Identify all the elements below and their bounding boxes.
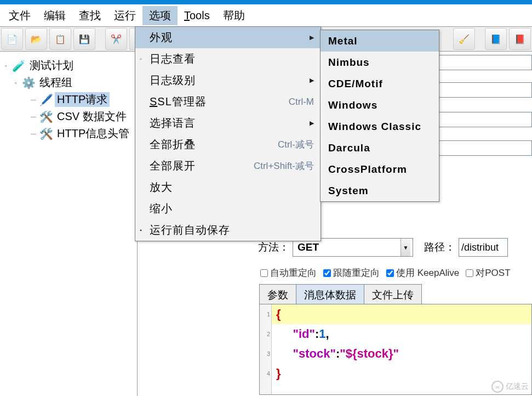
laf-metal[interactable]: Metal: [321, 30, 439, 52]
tree-csv-data[interactable]: — 🛠️ CSV 数据文件: [2, 108, 135, 125]
chevron-right-icon: ▶: [310, 34, 314, 41]
menu-options[interactable]: 选项: [142, 6, 178, 25]
toolbar-clipboard[interactable]: 📋: [49, 28, 71, 50]
check-auto-redirect[interactable]: 自动重定向: [260, 267, 317, 279]
chevron-down-icon[interactable]: ▼: [401, 239, 410, 256]
help-icon: 📕: [514, 34, 525, 44]
checkbox-icon[interactable]: [386, 269, 394, 277]
flask-icon: 🧪: [12, 59, 25, 72]
toolbar-open-template[interactable]: 📂: [25, 28, 47, 50]
toolbar-help[interactable]: 📕: [509, 28, 531, 50]
toolbar-new[interactable]: 📄: [1, 28, 23, 50]
toolbar-cut[interactable]: ✂️: [105, 28, 127, 50]
code-line: {: [272, 304, 531, 324]
method-value: GET: [298, 241, 319, 253]
branch-icon: —: [31, 131, 36, 137]
wrench-icon: 🛠️: [39, 110, 53, 123]
menu-collapse-all[interactable]: 全部折叠 Ctrl-减号: [135, 134, 321, 155]
menu-run[interactable]: 运行: [107, 6, 142, 25]
path-value: /distribut: [461, 242, 499, 253]
menu-tools[interactable]: Tools: [178, 7, 216, 24]
tree-http-request[interactable]: — 🖊️ HTTP请求: [2, 91, 135, 108]
expand-toggle-icon[interactable]: ◦: [12, 79, 20, 87]
menu-log-level[interactable]: 日志级别 ▶: [135, 70, 321, 91]
save-icon: 💾: [79, 34, 90, 44]
laf-windows-classic[interactable]: Windows Classic: [321, 116, 439, 137]
check-follow-redirect[interactable]: 跟随重定向: [323, 267, 380, 279]
menu-file[interactable]: 文件: [2, 6, 37, 25]
tree-thread-group[interactable]: ◦ ⚙️ 线程组: [2, 74, 135, 91]
menu-zoom-in[interactable]: 放大: [135, 177, 321, 198]
menu-edit[interactable]: 编辑: [37, 6, 72, 25]
line-gutter: 1 2 3 4: [260, 304, 272, 394]
chevron-right-icon: ▶: [310, 77, 314, 84]
line-number: 3: [260, 344, 270, 364]
toolbar-book[interactable]: 📘: [485, 28, 507, 50]
menu-search[interactable]: 查找: [72, 6, 107, 25]
menu-expand-all[interactable]: 全部展开 Ctrl+Shift-减号: [135, 155, 321, 177]
body-tabs: 参数 消息体数据 文件上传: [259, 284, 421, 306]
tree-http-header[interactable]: — 🛠️ HTTP信息头管: [2, 125, 135, 142]
branch-icon: —: [31, 114, 36, 120]
expand-toggle-icon[interactable]: ◦: [2, 62, 10, 70]
scissors-icon: ✂️: [111, 34, 122, 44]
laf-windows[interactable]: Windows: [321, 94, 439, 116]
check-slot: ▪: [138, 227, 144, 233]
check-post[interactable]: 对POST: [466, 267, 510, 279]
book-icon: 📘: [490, 34, 501, 44]
folder-open-icon: 📂: [31, 34, 42, 44]
shortcut: Ctrl+Shift-减号: [237, 160, 314, 172]
options-menu: 外观 ▶ ▫ 日志查看 日志级别 ▶ SSL管理器 Ctrl-M 选择语言 ▶ …: [135, 26, 321, 241]
menu-help[interactable]: 帮助: [216, 6, 251, 25]
menu-choose-language[interactable]: 选择语言 ▶: [135, 112, 321, 134]
checkbox-icon[interactable]: [260, 269, 268, 277]
menu-log-viewer[interactable]: ▫ 日志查看: [135, 48, 321, 70]
tree-label: 测试计划: [27, 58, 76, 73]
gear-icon: ⚙️: [22, 76, 35, 89]
file-icon: 📄: [7, 34, 18, 44]
tree-label: CSV 数据文件: [55, 109, 129, 124]
chevron-right-icon: ▶: [310, 120, 314, 127]
laf-nimbus[interactable]: Nimbus: [321, 52, 439, 73]
method-label: 方法：: [258, 240, 289, 254]
clipboard-icon: 📋: [55, 34, 66, 44]
window-title-bar: [0, 0, 532, 4]
path-label: 路径：: [424, 240, 455, 254]
laf-crossplatform[interactable]: CrossPlatform: [321, 159, 439, 180]
watermark-text: 亿速云: [506, 382, 529, 392]
tree-panel: ◦ 🧪 测试计划 ◦ ⚙️ 线程组 — 🖊️ HTTP请求 — 🛠️ CSV 数…: [0, 52, 137, 396]
watermark: ∞ 亿速云: [491, 381, 529, 393]
tree-label: 线程组: [37, 75, 75, 90]
laf-system[interactable]: System: [321, 180, 439, 201]
shortcut: Ctrl-减号: [261, 138, 314, 151]
look-and-feel-submenu: Metal Nimbus CDE/Motif Windows Windows C…: [320, 30, 439, 202]
tab-body[interactable]: 消息体数据: [296, 284, 364, 306]
toolbar-clean[interactable]: 🧹: [453, 28, 475, 50]
menubar: 文件 编辑 查找 运行 选项 Tools 帮助: [0, 4, 532, 26]
checkbox-icon[interactable]: [323, 269, 331, 277]
broom-icon: 🧹: [459, 34, 470, 44]
code-line: "id":1,: [272, 324, 531, 344]
check-keepalive[interactable]: 使用 KeepAlive: [386, 267, 459, 279]
shortcut: Ctrl-M: [272, 97, 314, 108]
wrench-icon: 🛠️: [39, 127, 53, 140]
line-number: 1: [260, 304, 270, 324]
line-number: 2: [260, 324, 270, 344]
checkbox-icon[interactable]: [466, 269, 473, 277]
menu-ssl-manager[interactable]: SSL管理器 Ctrl-M: [135, 91, 321, 112]
laf-darcula[interactable]: Darcula: [321, 137, 439, 159]
tab-upload[interactable]: 文件上传: [364, 284, 422, 306]
menu-zoom-out[interactable]: 缩小: [135, 198, 321, 219]
check-slot: ▫: [138, 56, 144, 62]
menu-autosave[interactable]: ▪ 运行前自动保存: [135, 219, 321, 241]
path-input[interactable]: /distribut: [459, 238, 508, 257]
branch-icon: —: [31, 97, 36, 103]
toolbar-save[interactable]: 💾: [73, 28, 95, 50]
tree-test-plan[interactable]: ◦ 🧪 测试计划: [2, 57, 135, 74]
checkbox-row: 自动重定向 跟随重定向 使用 KeepAlive 对POST: [260, 267, 511, 279]
laf-cde-motif[interactable]: CDE/Motif: [321, 73, 439, 94]
tab-params[interactable]: 参数: [259, 284, 296, 306]
line-number: 4: [260, 364, 270, 383]
menu-look-and-feel[interactable]: 外观 ▶: [135, 27, 321, 48]
dropper-icon: 🖊️: [39, 93, 53, 106]
